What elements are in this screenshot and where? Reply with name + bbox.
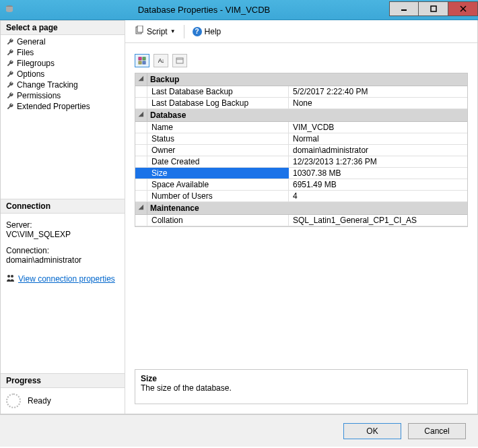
help-icon: ? [193,27,202,36]
svg-rect-10 [143,57,145,60]
nav-item-change-tracking[interactable]: Change Tracking [1,79,125,90]
description-panel: Size The size of the database. [135,369,468,404]
close-button[interactable] [448,1,478,16]
property-pages-button[interactable] [172,54,187,67]
collapse-icon: ◢ [135,73,147,86]
property-row[interactable]: NameVIM_VCDB [135,122,467,133]
nav-item-general[interactable]: General [1,36,125,47]
property-row[interactable]: Number of Users4 [135,191,467,202]
left-panel: Select a page GeneralFilesFilegroupsOpti… [1,20,125,414]
alphabetical-button[interactable]: A↓ [153,54,168,67]
maximize-button[interactable] [419,1,448,16]
property-name: Last Database Log Backup [147,98,289,108]
connection-value: domain\administrator [6,255,119,265]
cancel-button[interactable]: Cancel [408,423,466,439]
footer: OK Cancel [0,414,478,447]
svg-rect-2 [431,6,436,11]
svg-rect-12 [143,61,145,64]
nav-item-files[interactable]: Files [1,47,125,58]
collapse-icon: ◢ [135,109,147,121]
window-title: Database Properties - VIM_VCDB [19,5,389,15]
property-name: Space Available [147,179,289,190]
property-name: Status [147,133,289,144]
minimize-button[interactable] [389,1,419,16]
wrench-icon [6,102,14,110]
description-text: The size of the database. [141,383,462,393]
svg-point-6 [11,275,13,278]
svg-rect-11 [139,61,141,64]
page-list: GeneralFilesFilegroupsOptionsChange Trac… [1,35,125,113]
property-row[interactable]: CollationSQL_Latin1_General_CP1_CI_AS [135,215,467,226]
property-value: VIM_VCDB [289,122,467,133]
view-connection-properties-link[interactable]: View connection properties [6,274,119,284]
wrench-icon [6,81,14,89]
property-value: None [289,98,467,108]
property-value: 6951.49 MB [289,179,467,190]
property-row[interactable]: Last Database Backup5/2/2017 2:22:40 PM [135,86,467,98]
ok-button[interactable]: OK [343,423,401,439]
nav-item-options[interactable]: Options [1,69,125,79]
script-button[interactable]: Script ▼ [132,24,178,38]
select-page-header: Select a page [1,20,125,35]
wrench-icon [6,38,14,46]
connection-header: Connection [1,199,125,214]
wrench-icon [6,59,14,67]
description-title: Size [141,374,462,383]
property-name: Number of Users [147,191,289,201]
categorized-button[interactable] [135,54,149,67]
property-value: 5/2/2017 2:22:40 PM [289,86,467,97]
property-name: Date Created [147,156,289,167]
property-row[interactable]: Ownerdomain\administrator [135,145,467,156]
wrench-icon [6,49,14,57]
category-backup[interactable]: ◢Backup [135,73,467,86]
property-value: Normal [289,133,467,144]
category-maintenance[interactable]: ◢Maintenance [135,202,467,215]
server-label: Server: [6,220,119,230]
nav-item-filegroups[interactable]: Filegroups [1,58,125,69]
category-database[interactable]: ◢Database [135,109,467,122]
property-name: Owner [147,145,289,156]
svg-rect-9 [139,57,141,60]
progress-status: Ready [28,396,51,406]
progress-spinner-icon [6,393,21,408]
toolbar: Script ▼ ? Help [125,20,477,43]
svg-rect-8 [137,26,143,32]
help-button[interactable]: ? Help [190,26,224,38]
property-name: Collation [147,215,289,226]
right-panel: Script ▼ ? Help A↓ ◢BackupLast Database … [125,20,477,414]
property-row[interactable]: StatusNormal [135,133,467,145]
script-icon [135,26,144,37]
people-icon [6,274,15,284]
property-value: SQL_Latin1_General_CP1_CI_AS [289,215,467,226]
collapse-icon: ◢ [135,202,147,214]
property-value: 10307.38 MB [289,168,467,179]
property-row[interactable]: Date Created12/23/2013 1:27:36 PM [135,156,467,168]
property-name: Size [147,168,289,179]
property-value: 4 [289,191,467,201]
nav-item-extended-properties[interactable]: Extended Properties [1,101,125,112]
property-value: 12/23/2013 1:27:36 PM [289,156,467,167]
svg-rect-13 [176,58,183,63]
progress-header: Progress [1,373,125,388]
property-row[interactable]: Last Database Log BackupNone [135,98,467,109]
property-row[interactable]: Size10307.38 MB [135,168,467,179]
dropdown-icon: ▼ [170,28,176,34]
server-value: VC\VIM_SQLEXP [6,230,119,239]
nav-item-permissions[interactable]: Permissions [1,90,125,101]
property-grid[interactable]: ◢BackupLast Database Backup5/2/2017 2:22… [135,73,468,227]
property-name: Name [147,122,289,133]
wrench-icon [6,92,14,100]
property-row[interactable]: Space Available6951.49 MB [135,179,467,191]
titlebar: Database Properties - VIM_VCDB [0,0,478,20]
wrench-icon [6,70,14,78]
connection-label: Connection: [6,246,119,255]
svg-point-5 [7,275,10,278]
property-value: domain\administrator [289,145,467,156]
property-name: Last Database Backup [147,86,289,97]
app-icon [0,4,19,15]
